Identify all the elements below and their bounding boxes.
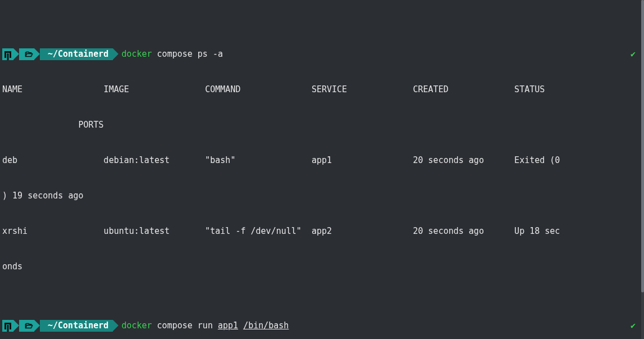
scrollbar-thumb[interactable] xyxy=(641,0,644,292)
distro-icon xyxy=(2,320,13,332)
distro-icon xyxy=(2,48,13,60)
output-line: xrshi ubuntu:latest "tail -f /dev/null" … xyxy=(2,225,641,237)
command-text: docker compose ps -a xyxy=(113,48,223,60)
scrollbar-track[interactable] xyxy=(641,0,644,339)
terminal[interactable]: 🗁 ~/Containerd docker compose ps -a ✔ NA… xyxy=(0,0,641,339)
output-line: onds xyxy=(2,261,641,273)
success-icon: ✔ xyxy=(631,48,638,60)
folder-icon: 🗁 xyxy=(19,48,34,60)
prompt-row: 🗁 ~/Containerd docker compose run app1 /… xyxy=(2,320,641,332)
folder-icon: 🗁 xyxy=(19,320,34,332)
prompt-row: 🗁 ~/Containerd docker compose ps -a ✔ xyxy=(2,48,641,60)
output-line: NAME IMAGE COMMAND SERVICE CREATED STATU… xyxy=(2,84,641,96)
command-text: docker compose run app1 /bin/bash xyxy=(113,320,289,332)
output-line: ) 19 seconds ago xyxy=(2,190,641,202)
prompt-path: ~/Containerd xyxy=(40,48,113,60)
output-line: deb debian:latest "bash" app1 20 seconds… xyxy=(2,155,641,166)
success-icon: ✔ xyxy=(631,320,638,332)
output-line: PORTS xyxy=(2,119,641,131)
prompt-path: ~/Containerd xyxy=(40,320,113,332)
